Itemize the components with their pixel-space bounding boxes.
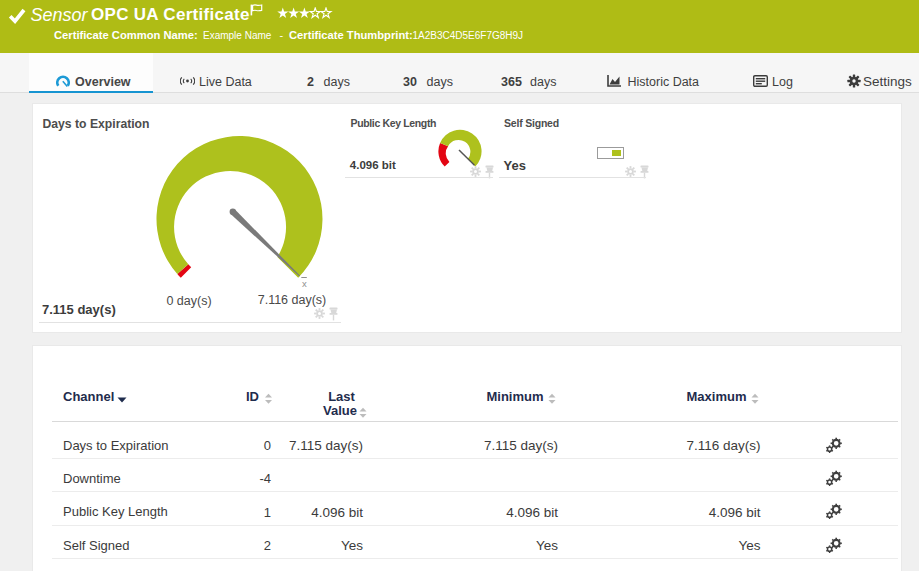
svg-text:x: x bbox=[302, 278, 307, 289]
